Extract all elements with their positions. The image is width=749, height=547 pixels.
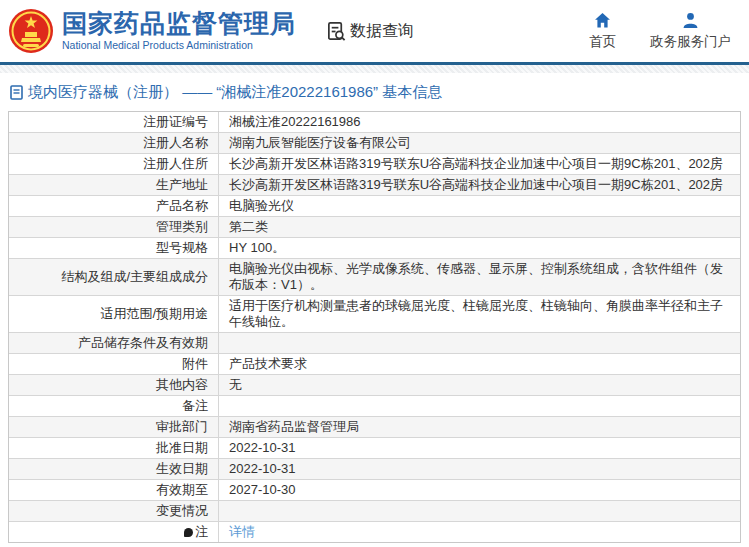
home-icon: [594, 12, 611, 29]
row-label: 产品名称: [9, 196, 219, 216]
nav-home[interactable]: 首页: [589, 12, 616, 51]
row-value: 电脑验光仪由视标、光学成像系统、传感器、显示屏、控制系统组成，含软件组件（发布版…: [219, 259, 740, 295]
nav-gov-portal[interactable]: 政务服务门户: [650, 12, 731, 51]
row-value: 2027-10-30: [219, 480, 740, 500]
row-label: 生效日期: [9, 459, 219, 479]
row-value: 湖南省药品监督管理局: [219, 417, 740, 437]
row-value: [219, 333, 740, 353]
row-label: 产品储存条件及有效期: [9, 333, 219, 353]
row-label: 批准日期: [9, 438, 219, 458]
row-value: 2022-10-31: [219, 459, 740, 479]
table-row: 有效期至2027-10-30: [9, 480, 740, 501]
row-label: 注: [9, 522, 219, 542]
row-label: 注册人名称: [9, 133, 219, 153]
national-emblem-logo: [8, 8, 54, 54]
brand-block: 国家药品监督管理局 National Medical Products Admi…: [62, 10, 296, 51]
row-label: 注册人住所: [9, 154, 219, 174]
table-row: 适用范围/预期用途适用于医疗机构测量患者的球镜屈光度、柱镜屈光度、柱镜轴向、角膜…: [9, 296, 740, 333]
row-value: [219, 396, 740, 416]
table-row: 附件产品技术要求: [9, 354, 740, 375]
row-label: 适用范围/预期用途: [9, 296, 219, 332]
table-row: 变更情况: [9, 501, 740, 522]
row-label: 附件: [9, 354, 219, 374]
brand-name-cn: 国家药品监督管理局: [62, 10, 296, 38]
table-row: 管理类别第二类: [9, 217, 740, 238]
row-value: 湘械注准20222161986: [219, 112, 740, 132]
row-value: 无: [219, 375, 740, 395]
row-label: 生产地址: [9, 175, 219, 195]
row-value: [219, 501, 740, 521]
table-row: 生产地址长沙高新开发区林语路319号联东U谷高端科技企业加速中心项目一期9C栋2…: [9, 175, 740, 196]
row-label: 管理类别: [9, 217, 219, 237]
hatch-band: [0, 65, 749, 73]
table-row: 型号规格HY 100。: [9, 238, 740, 259]
table-row: 注册人住所长沙高新开发区林语路319号联东U谷高端科技企业加速中心项目一期9C栋…: [9, 154, 740, 175]
row-value: 湖南九辰智能医疗设备有限公司: [219, 133, 740, 153]
row-value: 适用于医疗机构测量患者的球镜屈光度、柱镜屈光度、柱镜轴向、角膜曲率半径和主子午线…: [219, 296, 740, 332]
nav-gov-portal-label: 政务服务门户: [650, 33, 731, 51]
row-value: 2022-10-31: [219, 438, 740, 458]
detail-link[interactable]: 详情: [229, 524, 255, 540]
row-value: 电脑验光仪: [219, 196, 740, 216]
row-label: 有效期至: [9, 480, 219, 500]
row-label: 备注: [9, 396, 219, 416]
table-row: 备注: [9, 396, 740, 417]
row-label: 型号规格: [9, 238, 219, 258]
brand-name-en: National Medical Products Administration: [62, 40, 296, 52]
row-value: 第二类: [219, 217, 740, 237]
row-label: 注册证编号: [9, 112, 219, 132]
row-value: 长沙高新开发区林语路319号联东U谷高端科技企业加速中心项目一期9C栋201、2…: [219, 154, 740, 174]
table-row: 注详情: [9, 522, 740, 542]
data-query-button[interactable]: 数据查询: [326, 21, 414, 42]
info-table: 注册证编号湘械注准20222161986注册人名称湖南九辰智能医疗设备有限公司注…: [8, 111, 741, 543]
table-row: 注册人名称湖南九辰智能医疗设备有限公司: [9, 133, 740, 154]
table-row: 批准日期2022-10-31: [9, 438, 740, 459]
site-header: 国家药品监督管理局 National Medical Products Admi…: [0, 0, 749, 62]
document-icon: [10, 85, 23, 100]
top-navigation: 首页 政务服务门户: [589, 12, 731, 51]
row-value: HY 100。: [219, 238, 740, 258]
row-value: 产品技术要求: [219, 354, 740, 374]
table-row: 生效日期2022-10-31: [9, 459, 740, 480]
row-value: 详情: [219, 522, 740, 542]
note-icon: [184, 528, 193, 537]
nav-home-label: 首页: [589, 33, 616, 51]
row-label: 变更情况: [9, 501, 219, 521]
row-label: 审批部门: [9, 417, 219, 437]
data-query-label: 数据查询: [350, 21, 414, 42]
user-icon: [682, 12, 699, 29]
row-label: 结构及组成/主要组成成分: [9, 259, 219, 295]
page-title: 境内医疗器械（注册） —— “湘械注准20222161986” 基本信息: [28, 83, 442, 102]
table-row: 产品名称电脑验光仪: [9, 196, 740, 217]
document-search-icon: [326, 21, 347, 42]
table-row: 结构及组成/主要组成成分电脑验光仪由视标、光学成像系统、传感器、显示屏、控制系统…: [9, 259, 740, 296]
table-row: 其他内容无: [9, 375, 740, 396]
table-row: 产品储存条件及有效期: [9, 333, 740, 354]
row-value: 长沙高新开发区林语路319号联东U谷高端科技企业加速中心项目一期9C栋201、2…: [219, 175, 740, 195]
table-row: 注册证编号湘械注准20222161986: [9, 112, 740, 133]
row-label: 其他内容: [9, 375, 219, 395]
table-row: 审批部门湖南省药品监督管理局: [9, 417, 740, 438]
title-bar: 境内医疗器械（注册） —— “湘械注准20222161986” 基本信息: [0, 73, 749, 111]
